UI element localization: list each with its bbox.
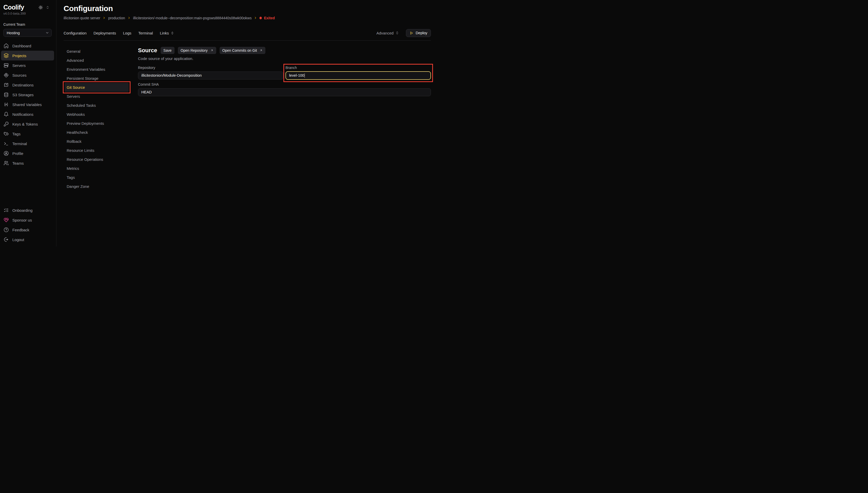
source-header: Source Save Open Repository Open Commits… [138,47,431,54]
tags-icon [4,131,9,136]
variables-icon [4,102,9,107]
subnav-item-danger-zone[interactable]: Danger Zone [67,182,138,191]
sidebar-item-label: Keys & Tokens [12,122,38,126]
subnav-item-git-source[interactable]: Git Source [65,83,129,92]
sidebar-item-label: Shared Variables [12,102,42,107]
tab-deployments[interactable]: Deployments [93,31,116,35]
commit-sha-label: Commit SHA [138,82,431,86]
logout-icon [4,237,9,242]
sidebar-item-label: Dashboard [12,44,31,48]
repository-value: illicitestonion/Module-Decomposition [141,73,202,78]
deploy-button[interactable]: Deploy [406,29,431,37]
open-commits-button[interactable]: Open Commits on Git [219,47,266,54]
subnav-item-resource-limits[interactable]: Resource Limits [67,146,138,155]
app-logo[interactable]: Coolify [3,4,24,11]
layers-icon [4,53,9,58]
sidebar-item-sources[interactable]: Sources [0,70,56,80]
breadcrumb-project[interactable]: illicitonion quote server [64,16,100,20]
sidebar-item-shared-variables[interactable]: Shared Variables [0,100,56,109]
breadcrumb-environment[interactable]: production [108,16,125,20]
sidebar-item-projects[interactable]: Projects [1,51,54,61]
sidebar-footer-nav: Onboarding Sponsor us Feedback Logout [0,205,56,244]
sidebar-item-feedback[interactable]: Feedback [0,225,56,235]
sidebar-item-label: Profile [12,151,23,156]
sidebar-item-servers[interactable]: Servers [0,61,56,70]
tab-configuration[interactable]: Configuration [64,31,86,35]
sidebar-item-onboarding[interactable]: Onboarding [0,205,56,215]
home-icon [4,43,9,48]
sidebar-item-dashboard[interactable]: Dashboard [0,41,56,51]
status-text: Exited [264,16,275,20]
theme-switcher-chevrons-icon[interactable] [46,6,49,9]
sidebar-item-profile[interactable]: Profile [0,148,56,158]
team-select-value: Hosting [7,30,20,35]
subnav-item-tags[interactable]: Tags [67,173,138,182]
sidebar-item-label: Destinations [12,83,34,87]
terminal-icon [4,141,9,146]
heart-handshake-icon [4,217,9,222]
main-area: Configuration illicitonion quote server … [56,0,434,246]
subnav-item-healthcheck[interactable]: Healthcheck [67,128,138,137]
current-team-label: Current Team [0,22,56,26]
subnav-item-environment-variables[interactable]: Environment Variables [67,65,138,74]
branch-value: level-100 [289,73,304,78]
chevron-right-icon [254,16,257,20]
sidebar-header-icons [38,5,49,10]
help-circle-icon [4,227,9,232]
tab-divider [64,40,431,41]
open-repository-button[interactable]: Open Repository [178,47,216,54]
subnav-item-preview-deployments[interactable]: Preview Deployments [67,119,138,128]
coolify-app: Coolify v4.0.0-beta.399 Current Team Hos… [0,0,434,246]
sidebar-item-destinations[interactable]: Destinations [0,80,56,90]
sidebar-item-keys-tokens[interactable]: Keys & Tokens [0,119,56,129]
sidebar-item-terminal[interactable]: Terminal [0,139,56,148]
database-icon [4,92,9,97]
repository-field-group: Repository illicitestonion/Module-Decomp… [138,66,283,80]
repository-label: Repository [138,66,283,70]
users-icon [4,160,9,166]
subnav-item-advanced[interactable]: Advanced [67,56,138,65]
save-button[interactable]: Save [161,47,174,54]
sidebar-item-teams[interactable]: Teams [0,158,56,168]
subnav-item-general[interactable]: General [67,47,138,56]
commit-sha-value: HEAD [141,90,152,94]
sidebar-item-sponsor-us[interactable]: Sponsor us [0,215,56,225]
repository-input[interactable]: illicitestonion/Module-Decomposition [138,71,283,80]
status-badge: Exited [259,16,275,20]
tab-logs[interactable]: Logs [123,31,131,35]
subnav-item-webhooks[interactable]: Webhooks [67,110,138,119]
sidebar-item-logout[interactable]: Logout [0,235,56,244]
sidebar-item-tags[interactable]: Tags [0,129,56,139]
advanced-dropdown[interactable]: Advanced [376,31,399,35]
tab-terminal[interactable]: Terminal [138,31,153,35]
tab-bar: Configuration Deployments Logs Terminal … [64,29,431,37]
checklist-icon [4,208,9,213]
subnav-item-rollback[interactable]: Rollback [67,137,138,146]
sidebar-item-label: Tags [12,132,21,136]
breadcrumb: illicitonion quote server production ill… [64,16,431,20]
breadcrumb-application[interactable]: illicitestonion/-module--decomposition:m… [133,16,252,20]
subnav-item-metrics[interactable]: Metrics [67,164,138,173]
sidebar-item-notifications[interactable]: Notifications [0,109,56,119]
chevron-right-icon [103,16,106,20]
subnav-item-persistent-storage[interactable]: Persistent Storage [67,74,138,83]
text-cursor [304,73,305,78]
sidebar-item-label: Logout [12,237,24,242]
sidebar-item-label: Projects [12,53,26,58]
team-select[interactable]: Hosting [3,29,52,37]
chevrons-up-down-icon [171,31,174,35]
tab-links[interactable]: Links [160,31,174,35]
user-circle-icon [4,151,9,156]
sidebar-nav: Dashboard Projects Servers Sources Desti… [0,41,56,168]
subnav-item-scheduled-tasks[interactable]: Scheduled Tasks [67,101,138,110]
app-version: v4.0.0-beta.399 [0,12,56,16]
subnav-item-resource-operations[interactable]: Resource Operations [67,155,138,164]
sidebar-item-label: Sources [12,73,26,78]
subnav-item-servers[interactable]: Servers [67,92,138,101]
sidebar-header: Coolify [0,3,56,11]
commit-sha-field-group: Commit SHA HEAD [138,82,431,96]
branch-input[interactable]: level-100 [285,71,431,80]
sidebar-item-s3-storages[interactable]: S3 Storages [0,90,56,100]
theme-toggle-sun-icon[interactable] [38,5,43,10]
commit-sha-input[interactable]: HEAD [138,88,431,96]
